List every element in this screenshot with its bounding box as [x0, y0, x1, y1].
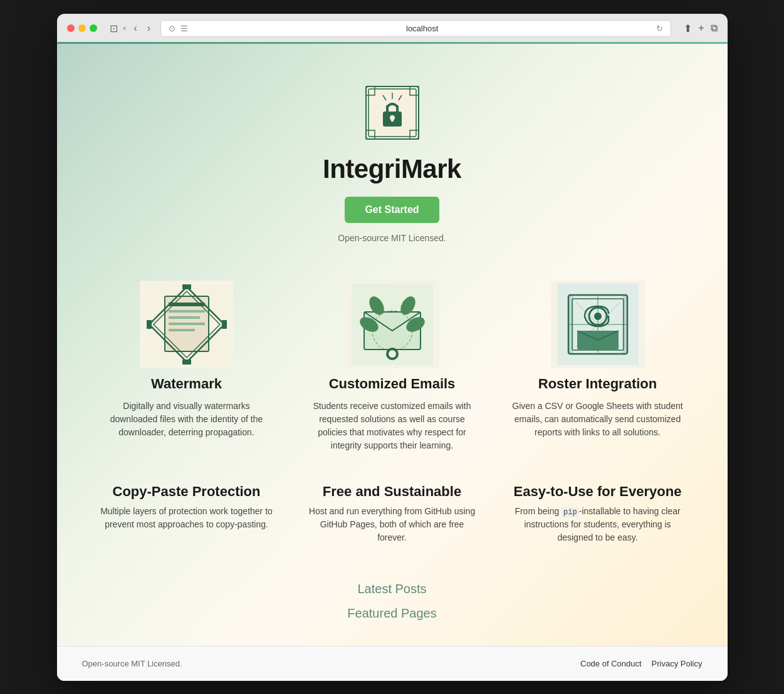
roster-title: Roster Integration — [538, 376, 657, 392]
pip-code: pip — [562, 507, 579, 517]
page-content: IntegriMark Get Started Open-source MIT … — [57, 44, 728, 681]
secondary-feature-easy: Easy-to-Use for Everyone From being pip-… — [510, 484, 686, 544]
footer-license: Open-source MIT Licensed. — [82, 659, 182, 668]
secondary-features: Copy-Paste Protection Multiple layers of… — [57, 477, 728, 569]
browser-actions: ⬆ + ⧉ — [684, 23, 717, 34]
roster-desc: Given a CSV or Google Sheets with studen… — [510, 400, 686, 439]
app-logo — [361, 81, 424, 144]
titlebar: ⊡ ▾ ‹ › ⊙ ☰ localhost ↻ ⬆ + ⧉ — [67, 20, 718, 37]
secondary-feature-copy-paste: Copy-Paste Protection Multiple layers of… — [99, 484, 274, 544]
chevron-down-icon: ▾ — [123, 24, 127, 33]
svg-rect-45 — [622, 295, 627, 354]
minimize-button[interactable] — [78, 24, 86, 32]
app-title: IntegriMark — [323, 154, 461, 184]
browser-controls: ⊡ ▾ ‹ › — [110, 21, 154, 35]
easy-desc: From being pip-installable to having cle… — [510, 505, 686, 544]
features-section: Watermark Digitally and visually waterma… — [57, 268, 728, 477]
hero-license-text: Open-source MIT Licensed. — [338, 233, 446, 243]
copy-paste-title: Copy-Paste Protection — [99, 484, 274, 500]
forward-button[interactable]: › — [145, 21, 153, 35]
secondary-feature-free: Free and Sustainable Host and run everyt… — [305, 484, 480, 544]
svg-point-33 — [389, 350, 396, 358]
svg-rect-24 — [222, 320, 227, 329]
svg-rect-17 — [169, 323, 205, 325]
roster-feature-image — [551, 281, 645, 368]
back-button[interactable]: ‹ — [132, 21, 140, 35]
address-bar-container: ⊙ ☰ localhost ↻ — [160, 20, 671, 37]
watermark-feature-image — [140, 281, 234, 368]
url-display: localhost — [193, 24, 651, 33]
links-section: Latest Posts Featured Pages — [57, 569, 728, 646]
svg-rect-44 — [568, 295, 573, 354]
emails-desc: Students receive customized emails with … — [305, 400, 480, 452]
emails-title: Customized Emails — [329, 376, 456, 392]
featured-pages-link[interactable]: Featured Pages — [347, 606, 436, 621]
address-bar[interactable]: ⊙ ☰ localhost ↻ — [160, 20, 671, 37]
svg-rect-23 — [147, 320, 152, 329]
svg-point-42 — [594, 313, 602, 320]
feature-card-emails: Customized Emails Students receive custo… — [305, 281, 480, 452]
svg-rect-21 — [182, 284, 191, 289]
easy-title: Easy-to-Use for Everyone — [510, 484, 686, 500]
svg-rect-18 — [169, 329, 195, 331]
browser-chrome: ⊡ ▾ ‹ › ⊙ ☰ localhost ↻ ⬆ + ⧉ — [57, 14, 728, 44]
privacy-policy-link[interactable]: Privacy Policy — [652, 659, 703, 668]
sidebar-toggle-icon[interactable]: ⊡ — [110, 23, 118, 34]
footer: Open-source MIT Licensed. Code of Conduc… — [57, 646, 728, 681]
share-button[interactable]: ⬆ — [684, 23, 692, 34]
emails-feature-image — [345, 281, 439, 368]
get-started-button[interactable]: Get Started — [345, 197, 439, 223]
hero-section: IntegriMark Get Started Open-source MIT … — [57, 44, 728, 268]
watermark-desc: Digitally and visually watermarks downlo… — [99, 400, 274, 439]
new-tab-button[interactable]: + — [698, 23, 704, 34]
svg-rect-16 — [169, 316, 200, 319]
footer-links: Code of Conduct Privacy Policy — [580, 659, 703, 668]
watermark-title: Watermark — [151, 376, 222, 392]
code-of-conduct-link[interactable]: Code of Conduct — [580, 659, 642, 668]
close-button[interactable] — [67, 24, 75, 32]
feature-card-watermark: Watermark Digitally and visually waterma… — [99, 281, 274, 452]
browser-window: ⊡ ▾ ‹ › ⊙ ☰ localhost ↻ ⬆ + ⧉ — [57, 14, 728, 681]
svg-rect-8 — [391, 118, 394, 122]
traffic-lights — [67, 24, 97, 32]
svg-rect-22 — [182, 360, 191, 365]
refresh-icon[interactable]: ↻ — [656, 24, 663, 33]
maximize-button[interactable] — [90, 24, 97, 32]
copy-paste-desc: Multiple layers of protection work toget… — [99, 505, 274, 531]
reader-icon: ☰ — [180, 24, 188, 33]
tabs-button[interactable]: ⧉ — [711, 23, 718, 34]
svg-rect-15 — [169, 310, 205, 313]
security-icon: ⊙ — [169, 24, 175, 33]
feature-card-roster: Roster Integration Given a CSV or Google… — [510, 281, 686, 452]
latest-posts-link[interactable]: Latest Posts — [357, 582, 426, 596]
free-desc: Host and run everything from GitHub usin… — [305, 505, 480, 544]
free-title: Free and Sustainable — [305, 484, 480, 500]
